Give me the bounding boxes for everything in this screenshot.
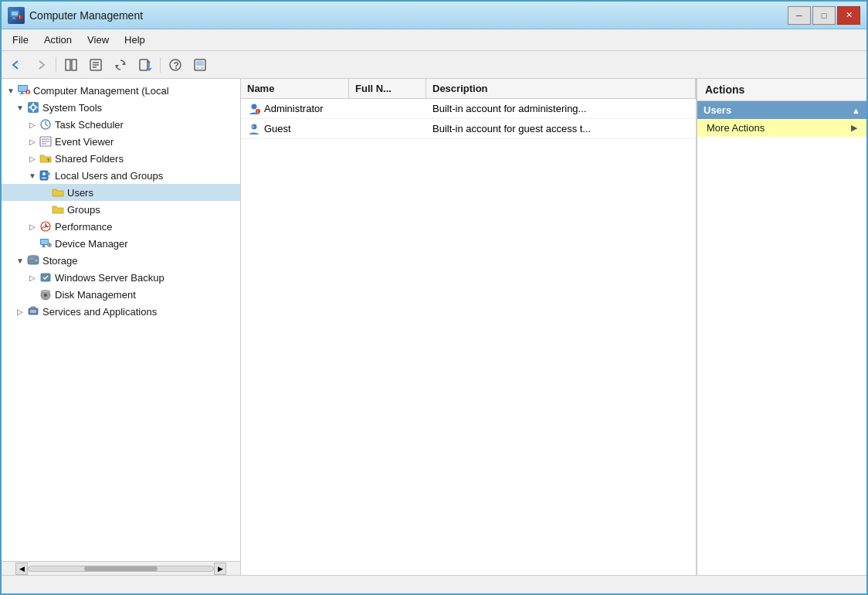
center-panel: Name Full N... Description: [241, 79, 697, 575]
tree-system-tools[interactable]: ▼ System Tools: [2, 99, 240, 116]
export-button[interactable]: [134, 54, 157, 76]
menu-file[interactable]: File: [5, 32, 36, 48]
svg-text:?: ?: [174, 60, 179, 71]
tree-horizontal-scrollbar: ◀ ▶: [2, 561, 240, 575]
list-header: Name Full N... Description: [241, 79, 696, 99]
users-list: ! Administrator Built-in account for adm…: [241, 99, 696, 575]
local-users-label: Local Users and Groups: [55, 170, 163, 182]
tree-content: ▼ Computer Management (Local: [2, 79, 240, 561]
shared-folders-expand[interactable]: ▷: [26, 152, 39, 165]
list-item[interactable]: Guest Built-in account for guest access …: [241, 119, 696, 139]
scroll-left-button[interactable]: ◀: [15, 563, 28, 575]
tree-task-scheduler[interactable]: ▷ Task Scheduler: [2, 116, 240, 133]
main-content: ▼ Computer Management (Local: [2, 79, 866, 575]
storage-expand[interactable]: ▼: [14, 254, 26, 267]
tree-windows-backup[interactable]: ▷ Windows Server Backup: [2, 269, 240, 286]
minimize-button[interactable]: ─: [788, 6, 811, 25]
administrator-icon: !: [247, 102, 261, 116]
properties-button[interactable]: [84, 54, 107, 76]
window-title: Computer Management: [29, 9, 143, 22]
svg-rect-7: [72, 60, 76, 70]
tree-device-manager[interactable]: Device Manager: [2, 235, 240, 252]
users-folder-icon: [51, 185, 65, 199]
tree-event-viewer[interactable]: ▷ Event Viewer: [2, 133, 240, 150]
backup-icon: [39, 270, 53, 284]
svg-rect-47: [41, 240, 48, 244]
maximize-button[interactable]: □: [812, 6, 836, 25]
tree-performance[interactable]: ▷ Performance: [2, 218, 240, 235]
svg-rect-6: [66, 60, 70, 70]
scrollbar-thumb[interactable]: [84, 566, 158, 571]
menu-action[interactable]: Action: [36, 32, 80, 48]
svg-rect-26: [27, 94, 29, 95]
scrollbar-track[interactable]: [28, 566, 214, 572]
tree-services[interactable]: ▷ Services and Applications: [2, 303, 240, 320]
svg-rect-25: [27, 91, 29, 94]
local-users-expand[interactable]: ▼: [26, 169, 39, 182]
help-button[interactable]: ?: [164, 54, 187, 76]
svg-point-64: [252, 104, 257, 109]
col-header-name[interactable]: Name: [241, 79, 349, 98]
title-bar: ! Computer Management ─ □ ✕: [2, 2, 866, 29]
event-viewer-expand[interactable]: ▷: [26, 135, 39, 148]
status-bar: [2, 575, 866, 593]
tree-storage[interactable]: ▼ Storage: [2, 252, 240, 269]
groups-folder-icon: [51, 202, 65, 216]
user-name-cell: ! Administrator: [241, 102, 349, 116]
event-viewer-icon: [39, 134, 53, 148]
tree-disk-management[interactable]: Disk Management: [2, 286, 240, 303]
root-computer-icon: [17, 83, 31, 97]
actions-panel: Actions Users ▲ More Actions ▶: [697, 79, 866, 575]
task-scheduler-expand[interactable]: ▷: [26, 118, 39, 131]
scroll-right-button[interactable]: ▶: [214, 563, 226, 575]
performance-icon: [39, 219, 53, 233]
guest-icon: [247, 122, 261, 136]
svg-line-35: [46, 124, 48, 126]
menu-bar: File Action View Help: [2, 29, 866, 51]
tree-local-users[interactable]: ▼ Local Users and Groups: [2, 167, 240, 184]
back-button[interactable]: [5, 54, 28, 76]
actions-section-users[interactable]: Users ▲: [697, 101, 866, 119]
col-header-description[interactable]: Description: [426, 79, 696, 98]
tree-shared-folders[interactable]: ▷ Shared Folders: [2, 150, 240, 167]
list-item[interactable]: ! Administrator Built-in account for adm…: [241, 99, 696, 119]
svg-point-41: [42, 172, 46, 175]
tree-root[interactable]: ▼ Computer Management (Local: [2, 82, 240, 99]
users-label: Users: [67, 187, 93, 199]
device-manager-icon: [39, 236, 53, 250]
svg-rect-21: [19, 86, 27, 91]
menu-view[interactable]: View: [80, 32, 117, 48]
services-label: Services and Applications: [42, 306, 157, 318]
svg-rect-3: [12, 19, 16, 19]
svg-point-69: [251, 125, 254, 128]
mmc-button[interactable]: [188, 54, 212, 76]
col-header-fullname[interactable]: Full N...: [349, 79, 426, 98]
svg-rect-63: [31, 307, 36, 309]
services-expand[interactable]: ▷: [14, 305, 26, 318]
storage-label: Storage: [42, 255, 78, 267]
system-tools-expand[interactable]: ▼: [14, 101, 26, 114]
svg-point-54: [36, 260, 38, 262]
root-expand-icon[interactable]: ▼: [5, 84, 17, 97]
menu-help[interactable]: Help: [117, 32, 153, 48]
toolbar: ?: [2, 51, 866, 79]
refresh-button[interactable]: [109, 54, 132, 76]
svg-rect-1: [12, 12, 18, 15]
backup-expand[interactable]: ▷: [26, 271, 39, 284]
toolbar-separator-1: [56, 57, 56, 73]
more-actions-item[interactable]: More Actions ▶: [697, 119, 866, 137]
svg-point-42: [47, 172, 50, 175]
svg-point-53: [28, 255, 39, 258]
disk-label: Disk Management: [55, 289, 136, 301]
show-hide-button[interactable]: [59, 54, 83, 76]
title-bar-left: ! Computer Management: [8, 7, 143, 24]
storage-icon: [26, 253, 40, 267]
toolbar-separator-2: [160, 57, 161, 73]
close-button[interactable]: ✕: [837, 6, 860, 25]
guest-desc-cell: Built-in account for guest access t...: [426, 123, 696, 134]
backup-label: Windows Server Backup: [55, 272, 164, 284]
tree-groups[interactable]: Groups: [2, 201, 240, 218]
forward-button[interactable]: [29, 54, 53, 76]
performance-expand[interactable]: ▷: [26, 220, 39, 233]
tree-users[interactable]: Users: [2, 184, 240, 201]
